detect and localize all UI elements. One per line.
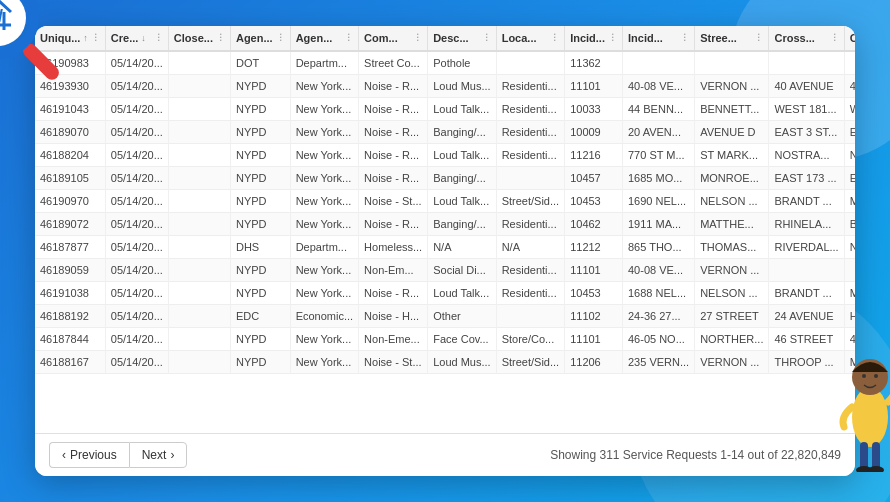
cell-r8-c4: Departm... — [290, 236, 358, 259]
cell-r3-c5: Noise - R... — [359, 121, 428, 144]
table-row[interactable]: 4619393005/14/20...NYPDNew York...Noise … — [35, 75, 855, 98]
cell-r5-c10: MONROE... — [695, 167, 769, 190]
cell-r4-c4: New York... — [290, 144, 358, 167]
col-menu-icon-complaint[interactable]: ⋮ — [413, 33, 422, 43]
cell-r10-c2 — [168, 282, 230, 305]
cell-r4-c1: 05/14/20... — [105, 144, 168, 167]
col-menu-icon-created[interactable]: ⋮ — [154, 33, 163, 43]
table-row[interactable]: 4619097005/14/20...NYPDNew York...Noise … — [35, 190, 855, 213]
previous-button[interactable]: ‹ Previous — [49, 442, 129, 468]
cell-r12-c4: New York... — [290, 328, 358, 351]
col-menu-icon-cross1[interactable]: ⋮ — [830, 33, 839, 43]
col-menu-icon-agency_name[interactable]: ⋮ — [344, 33, 353, 43]
col-header-complaint[interactable]: Com...⋮ — [359, 26, 428, 51]
table-row[interactable]: 4618910505/14/20...NYPDNew York...Noise … — [35, 167, 855, 190]
cell-r8-c2 — [168, 236, 230, 259]
table-row[interactable]: 4618907205/14/20...NYPDNew York...Noise … — [35, 213, 855, 236]
cell-r6-c6: Loud Talk... — [428, 190, 496, 213]
cell-r0-c6: Pothole — [428, 51, 496, 75]
table-footer: ‹ Previous Next › Showing 311 Service Re… — [35, 433, 855, 476]
table-row[interactable]: 4618787705/14/20...DHSDepartm...Homeless… — [35, 236, 855, 259]
cell-r11-c9: 24-36 27... — [622, 305, 694, 328]
col-header-incident_zip[interactable]: Incid...⋮ — [565, 26, 623, 51]
cell-r13-c9: 235 VERN... — [622, 351, 694, 374]
col-label-complaint: Com... — [364, 32, 398, 44]
cell-r12-c6: Face Cov... — [428, 328, 496, 351]
next-button[interactable]: Next › — [129, 442, 188, 468]
cell-r2-c8: 10033 — [565, 98, 623, 121]
table-header-row: Uniqu...↑⋮Cre...↓⋮Close...⋮Agen...⋮Agen.… — [35, 26, 855, 51]
cell-r1-c3: NYPD — [230, 75, 290, 98]
cell-r10-c11: BRANDT ... — [769, 282, 844, 305]
col-menu-icon-descriptor[interactable]: ⋮ — [482, 33, 491, 43]
cell-r9-c10: VERNON ... — [695, 259, 769, 282]
cell-r11-c12: HON — [844, 305, 855, 328]
col-header-location[interactable]: Loca...⋮ — [496, 26, 564, 51]
cell-r2-c12: WES — [844, 98, 855, 121]
cell-r11-c7 — [496, 305, 564, 328]
cell-r3-c3: NYPD — [230, 121, 290, 144]
cell-r10-c12: MAC — [844, 282, 855, 305]
cell-r2-c11: WEST 181... — [769, 98, 844, 121]
cell-r6-c3: NYPD — [230, 190, 290, 213]
col-menu-icon-location[interactable]: ⋮ — [550, 33, 559, 43]
cell-r7-c4: New York... — [290, 213, 358, 236]
table-row[interactable]: 4618820405/14/20...NYPDNew York...Noise … — [35, 144, 855, 167]
col-menu-icon-incident_zip[interactable]: ⋮ — [608, 33, 617, 43]
cell-r2-c5: Noise - R... — [359, 98, 428, 121]
col-header-incident_addr[interactable]: Incid...⋮ — [622, 26, 694, 51]
cell-r3-c0: 46189070 — [35, 121, 105, 144]
cell-r10-c3: NYPD — [230, 282, 290, 305]
character-illustration — [830, 342, 890, 472]
table-row[interactable]: 4618816705/14/20...NYPDNew York...Noise … — [35, 351, 855, 374]
cell-r1-c10: VERNON ... — [695, 75, 769, 98]
table-row[interactable]: 4619103805/14/20...NYPDNew York...Noise … — [35, 282, 855, 305]
data-table: Uniqu...↑⋮Cre...↓⋮Close...⋮Agen...⋮Agen.… — [35, 26, 855, 374]
table-row[interactable]: 4618907005/14/20...NYPDNew York...Noise … — [35, 121, 855, 144]
cell-r7-c11: RHINELA... — [769, 213, 844, 236]
col-header-closed[interactable]: Close...⋮ — [168, 26, 230, 51]
table-row[interactable]: 4619104305/14/20...NYPDNew York...Noise … — [35, 98, 855, 121]
cell-r8-c10: THOMAS... — [695, 236, 769, 259]
cell-r0-c1: 05/14/20... — [105, 51, 168, 75]
table-row[interactable]: 4618819205/14/20...EDCEconomic...Noise -… — [35, 305, 855, 328]
col-header-agency_name[interactable]: Agen...⋮ — [290, 26, 358, 51]
col-label-created: Cre... — [111, 32, 139, 44]
table-row[interactable]: 4618784405/14/20...NYPDNew York...Non-Em… — [35, 328, 855, 351]
cell-r8-c3: DHS — [230, 236, 290, 259]
cell-r4-c12: NEW — [844, 144, 855, 167]
col-menu-icon-street[interactable]: ⋮ — [754, 33, 763, 43]
cell-r13-c2 — [168, 351, 230, 374]
col-header-street[interactable]: Stree...⋮ — [695, 26, 769, 51]
cell-r5-c12: EAS — [844, 167, 855, 190]
pagination-controls: ‹ Previous Next › — [49, 442, 187, 468]
table-row[interactable]: 4618905905/14/20...NYPDNew York...Non-Em… — [35, 259, 855, 282]
cell-r1-c4: New York... — [290, 75, 358, 98]
col-header-created[interactable]: Cre...↓⋮ — [105, 26, 168, 51]
cell-r6-c11: BRANDT ... — [769, 190, 844, 213]
cell-r4-c10: ST MARK... — [695, 144, 769, 167]
table-container: Uniqu...↑⋮Cre...↓⋮Close...⋮Agen...⋮Agen.… — [35, 26, 855, 433]
cell-r2-c0: 46191043 — [35, 98, 105, 121]
chevron-right-icon: › — [170, 448, 174, 462]
col-menu-icon-unique[interactable]: ⋮ — [91, 33, 100, 43]
col-header-agency[interactable]: Agen...⋮ — [230, 26, 290, 51]
col-menu-icon-agency[interactable]: ⋮ — [276, 33, 285, 43]
cell-r5-c8: 10457 — [565, 167, 623, 190]
col-header-cross1[interactable]: Cross...⋮ — [769, 26, 844, 51]
cell-r13-c1: 05/14/20... — [105, 351, 168, 374]
cell-r10-c4: New York... — [290, 282, 358, 305]
main-card: Uniqu...↑⋮Cre...↓⋮Close...⋮Agen...⋮Agen.… — [35, 26, 855, 476]
cell-r6-c12: MAC — [844, 190, 855, 213]
cell-r0-c10 — [695, 51, 769, 75]
col-menu-icon-incident_addr[interactable]: ⋮ — [680, 33, 689, 43]
col-header-descriptor[interactable]: Desc...⋮ — [428, 26, 496, 51]
col-menu-icon-closed[interactable]: ⋮ — [216, 33, 225, 43]
cell-r6-c8: 10453 — [565, 190, 623, 213]
table-row[interactable]: 4619098305/14/20...DOTDepartm...Street C… — [35, 51, 855, 75]
cell-r5-c4: New York... — [290, 167, 358, 190]
cell-r5-c3: NYPD — [230, 167, 290, 190]
cell-r5-c5: Noise - R... — [359, 167, 428, 190]
cell-r11-c1: 05/14/20... — [105, 305, 168, 328]
cell-r12-c8: 11101 — [565, 328, 623, 351]
